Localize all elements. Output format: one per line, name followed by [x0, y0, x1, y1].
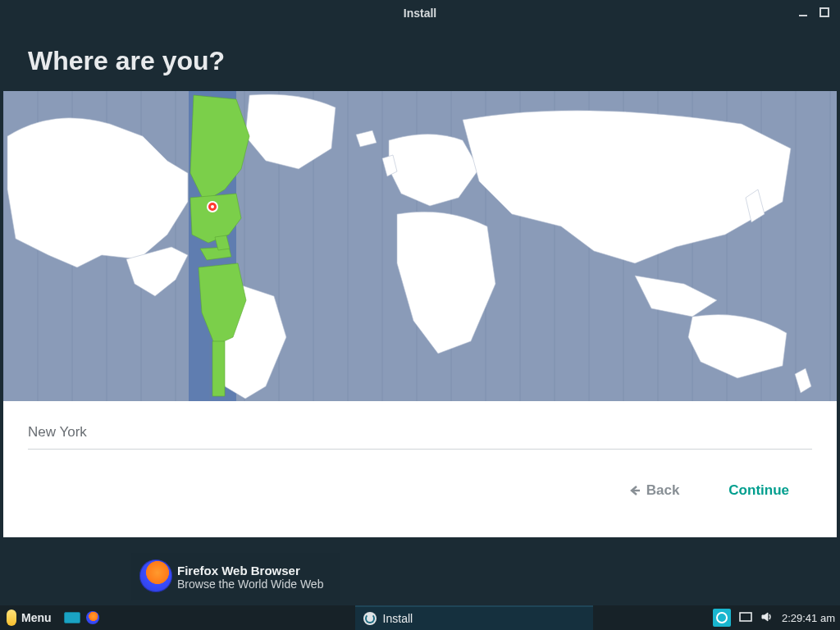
continue-label: Continue [728, 482, 789, 498]
firefox-tooltip: Firefox Web Browser Browse the World Wid… [131, 553, 340, 600]
timezone-map[interactable] [3, 91, 837, 401]
titlebar[interactable]: Install [3, 0, 837, 26]
tooltip-subtitle: Browse the World Wide Web [177, 578, 323, 591]
show-desktop-icon[interactable] [63, 609, 81, 626]
nav-buttons: Back Continue [28, 482, 812, 499]
tooltip-title: Firefox Web Browser [177, 564, 323, 578]
svg-point-28 [211, 205, 214, 208]
clock[interactable]: 2:29:41 am [782, 612, 835, 624]
world-map-svg [3, 91, 837, 401]
arrow-left-icon [628, 484, 641, 497]
installer-window: Install Where are you? [3, 0, 837, 566]
window-controls [796, 5, 832, 20]
volume-icon[interactable] [760, 610, 774, 626]
maximize-icon[interactable] [817, 5, 832, 20]
menu-button[interactable]: Menu [0, 605, 60, 630]
system-tray: 2:29:41 am [713, 605, 835, 630]
show-desktop-tray-icon[interactable] [739, 610, 752, 626]
back-label: Back [646, 482, 680, 499]
location-pin-icon [206, 200, 219, 213]
svg-rect-30 [740, 613, 751, 621]
page-heading: Where are you? [3, 26, 837, 91]
back-button[interactable]: Back [628, 482, 680, 499]
svg-marker-31 [762, 613, 768, 621]
location-input[interactable] [28, 419, 812, 450]
firefox-launcher-icon[interactable] [86, 611, 99, 624]
bottom-panel: Back Continue [3, 401, 837, 537]
tray-app-icon[interactable] [713, 609, 731, 627]
window-title: Install [404, 7, 436, 20]
install-task-label: Install [383, 612, 413, 625]
continue-button[interactable]: Continue [728, 482, 789, 499]
svg-rect-1 [820, 8, 829, 16]
install-task-icon [363, 612, 377, 625]
menu-icon [7, 609, 16, 626]
taskbar-task-install[interactable]: Install [355, 605, 593, 630]
menu-label: Menu [21, 611, 52, 624]
minimize-icon[interactable] [796, 5, 810, 20]
taskbar: Menu Install 2:29:41 am [0, 605, 840, 630]
firefox-icon [139, 559, 172, 592]
